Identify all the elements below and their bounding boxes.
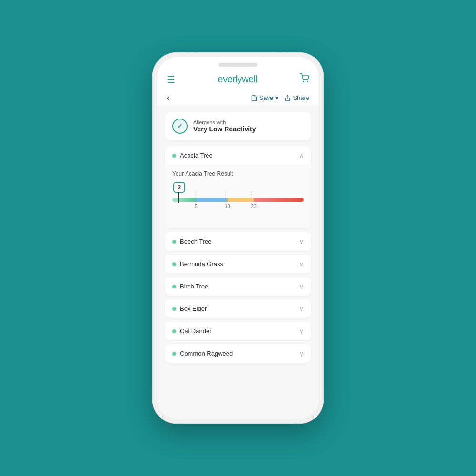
score-badge: 2 — [173, 182, 185, 193]
item-dot — [172, 352, 176, 356]
notch-area — [157, 57, 319, 69]
save-label: Save — [259, 94, 274, 101]
item-chevron: ∨ — [299, 283, 304, 290]
menu-icon[interactable]: ☰ — [167, 74, 175, 85]
checkmark: ✓ — [177, 122, 183, 130]
allergen-subtitle: Allergens with — [193, 119, 256, 125]
list-item[interactable]: Birch Tree ∨ — [165, 277, 311, 296]
svg-point-1 — [307, 81, 308, 82]
nav-bar: ‹ Save ▾ Share — [157, 90, 319, 106]
phone-frame: ☰ everlywell ‹ Save ▾ — [152, 52, 324, 424]
item-dot — [172, 262, 176, 266]
score-label-5: 5 — [195, 204, 198, 209]
check-circle-icon: ✓ — [172, 119, 188, 134]
item-dot — [172, 285, 176, 288]
svg-point-0 — [303, 81, 304, 82]
item-chevron: ∨ — [299, 328, 304, 335]
app-header: ☰ everlywell — [157, 69, 319, 90]
allergen-title: Very Low Reactivity — [193, 125, 256, 133]
list-item[interactable]: Beech Tree ∨ — [165, 232, 311, 251]
bar-blue — [196, 198, 228, 202]
cart-icon[interactable] — [300, 73, 309, 85]
score-labels: 5 10 23 — [172, 204, 304, 211]
acacia-chevron: ∧ — [299, 152, 304, 159]
score-label-23: 23 — [251, 204, 257, 209]
score-container: 2 — [172, 182, 304, 221]
item-name: Cat Dander — [180, 327, 211, 335]
list-item[interactable]: Common Ragweed ∨ — [165, 344, 311, 363]
allergen-header-text: Allergens with Very Low Reactivity — [193, 119, 256, 133]
list-item[interactable]: Bermuda Grass ∨ — [165, 255, 311, 273]
item-chevron: ∨ — [299, 306, 304, 312]
item-dot — [172, 240, 176, 244]
back-button[interactable]: ‹ — [167, 93, 169, 103]
item-name: Bermuda Grass — [180, 260, 223, 268]
item-chevron: ∨ — [299, 238, 304, 245]
acacia-dot — [172, 154, 176, 158]
acacia-tree-header[interactable]: Acacia Tree ∧ — [165, 146, 311, 165]
share-button[interactable]: Share — [284, 94, 309, 101]
score-marker — [178, 192, 179, 203]
item-dot — [172, 307, 176, 311]
item-chevron: ∨ — [299, 350, 304, 357]
notch — [219, 63, 257, 67]
bar-yellow — [228, 198, 254, 202]
acacia-name: Acacia Tree — [180, 152, 213, 159]
result-label: Your Acacia Tree Result — [172, 170, 304, 177]
app-logo: everlywell — [218, 74, 258, 85]
list-item[interactable]: Box Elder ∨ — [165, 299, 311, 318]
item-name: Beech Tree — [180, 238, 212, 245]
app-content: ☰ everlywell ‹ Save ▾ — [157, 69, 319, 419]
save-button[interactable]: Save ▾ — [251, 94, 279, 101]
acacia-left: Acacia Tree — [172, 152, 213, 159]
bar-green — [172, 198, 196, 202]
bar-red — [254, 198, 304, 202]
nav-actions: Save ▾ Share — [251, 94, 309, 101]
share-label: Share — [293, 94, 309, 101]
score-label-10: 10 — [225, 204, 230, 209]
item-dot — [172, 329, 176, 333]
scroll-content[interactable]: ✓ Allergens with Very Low Reactivity Aca… — [157, 106, 319, 419]
allergen-header-card: ✓ Allergens with Very Low Reactivity — [165, 112, 311, 140]
score-bar — [172, 198, 304, 202]
dashed-line-10 — [225, 191, 225, 204]
save-chevron: ▾ — [275, 94, 278, 101]
item-name: Box Elder — [180, 305, 207, 312]
item-name: Birch Tree — [180, 283, 208, 290]
dashed-line-23 — [251, 191, 252, 204]
dashed-line-5 — [195, 191, 195, 204]
acacia-tree-expanded: Acacia Tree ∧ Your Acacia Tree Result 2 — [165, 146, 311, 228]
item-chevron: ∨ — [299, 261, 304, 268]
phone-screen: ☰ everlywell ‹ Save ▾ — [157, 57, 319, 419]
item-name: Common Ragweed — [180, 350, 233, 357]
list-item[interactable]: Cat Dander ∨ — [165, 322, 311, 340]
acacia-body: Your Acacia Tree Result 2 — [165, 165, 311, 228]
